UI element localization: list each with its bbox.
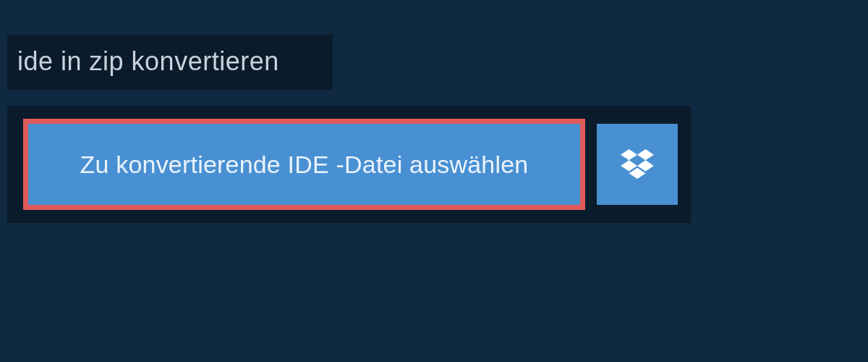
action-panel: Zu konvertierende IDE -Datei auswählen — [7, 106, 691, 223]
dropbox-icon — [621, 149, 654, 180]
page-title: ide in zip konvertieren — [17, 46, 312, 77]
page-heading-box: ide in zip konvertieren — [7, 35, 333, 90]
page-container: ide in zip konvertieren Zu konvertierend… — [0, 0, 868, 362]
dropbox-button[interactable] — [597, 124, 678, 205]
select-file-button-label: Zu konvertierende IDE -Datei auswählen — [80, 151, 529, 179]
select-file-button[interactable]: Zu konvertierende IDE -Datei auswählen — [23, 119, 585, 210]
